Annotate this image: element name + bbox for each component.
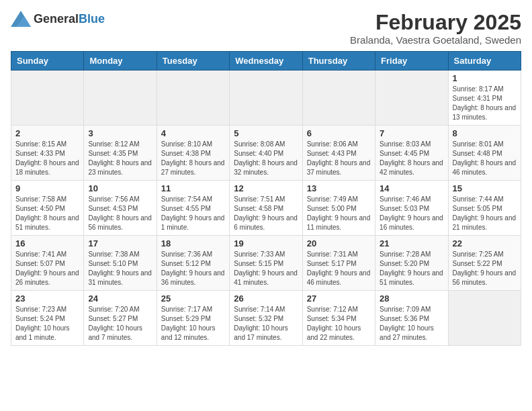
day-info: Sunrise: 7:56 AM Sunset: 4:53 PM Dayligh… [88, 195, 152, 232]
day-info: Sunrise: 7:33 AM Sunset: 5:15 PM Dayligh… [234, 250, 298, 287]
calendar-cell: 2Sunrise: 8:15 AM Sunset: 4:33 PM Daylig… [11, 126, 84, 181]
day-number: 7 [380, 128, 443, 138]
day-number: 26 [234, 293, 298, 304]
calendar-cell: 1Sunrise: 8:17 AM Sunset: 4:31 PM Daylig… [448, 71, 521, 126]
day-info: Sunrise: 7:31 AM Sunset: 5:17 PM Dayligh… [307, 250, 371, 287]
day-info: Sunrise: 8:15 AM Sunset: 4:33 PM Dayligh… [15, 140, 79, 177]
calendar-week-3: 9Sunrise: 7:58 AM Sunset: 4:50 PM Daylig… [11, 181, 521, 236]
day-number: 12 [234, 183, 298, 193]
day-number: 8 [453, 128, 517, 138]
calendar-cell [157, 71, 229, 126]
calendar-cell: 23Sunrise: 7:23 AM Sunset: 5:24 PM Dayli… [11, 291, 84, 346]
day-info: Sunrise: 7:12 AM Sunset: 5:34 PM Dayligh… [307, 305, 371, 342]
day-number: 9 [15, 183, 79, 193]
day-info: Sunrise: 7:14 AM Sunset: 5:32 PM Dayligh… [234, 305, 298, 342]
month-title: February 2025 [350, 11, 521, 34]
day-info: Sunrise: 7:09 AM Sunset: 5:36 PM Dayligh… [380, 305, 443, 342]
calendar-cell: 5Sunrise: 8:08 AM Sunset: 4:40 PM Daylig… [230, 126, 302, 181]
weekday-header-row: SundayMondayTuesdayWednesdayThursdayFrid… [11, 52, 521, 71]
calendar-cell [375, 71, 448, 126]
day-number: 17 [88, 238, 152, 248]
calendar-cell: 16Sunrise: 7:41 AM Sunset: 5:07 PM Dayli… [11, 236, 84, 291]
day-info: Sunrise: 8:06 AM Sunset: 4:43 PM Dayligh… [307, 140, 371, 177]
page-header: GeneralBlue February 2025 Bralanda, Vaes… [11, 11, 521, 46]
calendar-cell: 11Sunrise: 7:54 AM Sunset: 4:55 PM Dayli… [157, 181, 229, 236]
calendar-cell: 14Sunrise: 7:46 AM Sunset: 5:03 PM Dayli… [375, 181, 448, 236]
day-number: 25 [161, 293, 225, 304]
weekday-header-friday: Friday [375, 52, 448, 71]
day-info: Sunrise: 8:12 AM Sunset: 4:35 PM Dayligh… [88, 140, 152, 177]
day-number: 27 [307, 293, 371, 304]
day-number: 15 [453, 183, 517, 193]
calendar-cell [230, 71, 302, 126]
day-info: Sunrise: 7:51 AM Sunset: 4:58 PM Dayligh… [234, 195, 298, 232]
day-info: Sunrise: 7:38 AM Sunset: 5:10 PM Dayligh… [88, 250, 152, 287]
calendar-cell: 28Sunrise: 7:09 AM Sunset: 5:36 PM Dayli… [375, 291, 448, 346]
logo-general: GeneralBlue [34, 13, 105, 26]
calendar-cell: 3Sunrise: 8:12 AM Sunset: 4:35 PM Daylig… [84, 126, 157, 181]
calendar-cell: 13Sunrise: 7:49 AM Sunset: 5:00 PM Dayli… [302, 181, 375, 236]
day-info: Sunrise: 8:10 AM Sunset: 4:38 PM Dayligh… [161, 140, 225, 177]
calendar-cell: 10Sunrise: 7:56 AM Sunset: 4:53 PM Dayli… [84, 181, 157, 236]
weekday-header-sunday: Sunday [11, 52, 84, 71]
calendar-cell [302, 71, 375, 126]
day-info: Sunrise: 7:28 AM Sunset: 5:20 PM Dayligh… [380, 250, 443, 287]
calendar-cell: 15Sunrise: 7:44 AM Sunset: 5:05 PM Dayli… [448, 181, 521, 236]
weekday-header-wednesday: Wednesday [230, 52, 302, 71]
day-info: Sunrise: 8:08 AM Sunset: 4:40 PM Dayligh… [234, 140, 298, 177]
calendar-body: 1Sunrise: 8:17 AM Sunset: 4:31 PM Daylig… [11, 71, 521, 346]
calendar-cell: 4Sunrise: 8:10 AM Sunset: 4:38 PM Daylig… [157, 126, 229, 181]
calendar-cell: 24Sunrise: 7:20 AM Sunset: 5:27 PM Dayli… [84, 291, 157, 346]
title-section: February 2025 Bralanda, Vaestra Goetalan… [350, 11, 521, 46]
calendar-cell: 8Sunrise: 8:01 AM Sunset: 4:48 PM Daylig… [448, 126, 521, 181]
calendar-cell: 25Sunrise: 7:17 AM Sunset: 5:29 PM Dayli… [157, 291, 229, 346]
calendar-week-1: 1Sunrise: 8:17 AM Sunset: 4:31 PM Daylig… [11, 71, 521, 126]
day-number: 23 [15, 293, 79, 304]
calendar-cell: 9Sunrise: 7:58 AM Sunset: 4:50 PM Daylig… [11, 181, 84, 236]
day-number: 21 [380, 238, 443, 248]
calendar-week-5: 23Sunrise: 7:23 AM Sunset: 5:24 PM Dayli… [11, 291, 521, 346]
day-info: Sunrise: 7:58 AM Sunset: 4:50 PM Dayligh… [15, 195, 79, 232]
day-info: Sunrise: 8:17 AM Sunset: 4:31 PM Dayligh… [453, 85, 517, 122]
day-number: 19 [234, 238, 298, 248]
day-number: 5 [234, 128, 298, 138]
logo-icon [11, 11, 31, 27]
day-number: 4 [161, 128, 225, 138]
calendar-cell: 19Sunrise: 7:33 AM Sunset: 5:15 PM Dayli… [230, 236, 302, 291]
location-title: Bralanda, Vaestra Goetaland, Sweden [350, 34, 521, 46]
calendar-cell: 27Sunrise: 7:12 AM Sunset: 5:34 PM Dayli… [302, 291, 375, 346]
calendar-cell: 22Sunrise: 7:25 AM Sunset: 5:22 PM Dayli… [448, 236, 521, 291]
day-number: 14 [380, 183, 443, 193]
day-number: 6 [307, 128, 371, 138]
day-info: Sunrise: 7:36 AM Sunset: 5:12 PM Dayligh… [161, 250, 225, 287]
calendar-cell: 6Sunrise: 8:06 AM Sunset: 4:43 PM Daylig… [302, 126, 375, 181]
day-info: Sunrise: 7:49 AM Sunset: 5:00 PM Dayligh… [307, 195, 371, 232]
day-info: Sunrise: 7:17 AM Sunset: 5:29 PM Dayligh… [161, 305, 225, 342]
calendar-cell: 20Sunrise: 7:31 AM Sunset: 5:17 PM Dayli… [302, 236, 375, 291]
calendar-table: SundayMondayTuesdayWednesdayThursdayFrid… [11, 51, 521, 346]
calendar-cell [11, 71, 84, 126]
calendar-cell: 21Sunrise: 7:28 AM Sunset: 5:20 PM Dayli… [375, 236, 448, 291]
day-number: 3 [88, 128, 152, 138]
day-info: Sunrise: 7:41 AM Sunset: 5:07 PM Dayligh… [15, 250, 79, 287]
day-number: 2 [15, 128, 79, 138]
calendar-cell: 26Sunrise: 7:14 AM Sunset: 5:32 PM Dayli… [230, 291, 302, 346]
calendar-cell: 17Sunrise: 7:38 AM Sunset: 5:10 PM Dayli… [84, 236, 157, 291]
day-number: 10 [88, 183, 152, 193]
calendar-header: SundayMondayTuesdayWednesdayThursdayFrid… [11, 52, 521, 71]
weekday-header-saturday: Saturday [448, 52, 521, 71]
day-info: Sunrise: 7:25 AM Sunset: 5:22 PM Dayligh… [453, 250, 517, 287]
logo: GeneralBlue [11, 11, 105, 27]
calendar-cell [84, 71, 157, 126]
day-info: Sunrise: 7:44 AM Sunset: 5:05 PM Dayligh… [453, 195, 517, 232]
day-number: 13 [307, 183, 371, 193]
weekday-header-monday: Monday [84, 52, 157, 71]
day-info: Sunrise: 8:01 AM Sunset: 4:48 PM Dayligh… [453, 140, 517, 177]
day-number: 1 [453, 73, 517, 83]
day-number: 11 [161, 183, 225, 193]
day-number: 28 [380, 293, 443, 304]
day-number: 16 [15, 238, 79, 248]
day-info: Sunrise: 7:54 AM Sunset: 4:55 PM Dayligh… [161, 195, 225, 232]
calendar-week-2: 2Sunrise: 8:15 AM Sunset: 4:33 PM Daylig… [11, 126, 521, 181]
calendar-cell [448, 291, 521, 346]
